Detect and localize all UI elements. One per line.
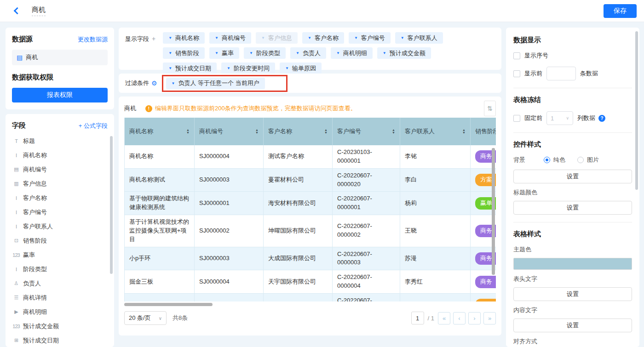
field-item[interactable]: ▤ 商机编号 (12, 162, 108, 176)
sort-arrows-icon[interactable]: ▲▼ (255, 129, 259, 134)
column-header[interactable]: 商机名称▲▼ (125, 118, 195, 145)
chevron-down-icon: ▼ (227, 66, 230, 70)
fields-scrollbar[interactable] (110, 136, 113, 274)
display-field-chip[interactable]: ▼ 商机明细 (331, 47, 373, 59)
field-item[interactable]: I 客户编号 (12, 205, 108, 219)
table-row[interactable]: 商机名称测试 SJ0000003 蔓霍材料公司 C-20220607-00000… (125, 169, 496, 192)
display-field-chip[interactable]: ▼ 客户编号 (349, 32, 391, 44)
warning-icon: ! (145, 105, 152, 112)
cell-customer-code: C-20220607-0000003 (333, 247, 400, 270)
settings-scrollbar[interactable] (635, 31, 638, 190)
content-text-set-button[interactable]: 设置 (513, 319, 632, 332)
field-item[interactable]: I 客户联系人 (12, 219, 108, 233)
cell-name: 便携式哮喘病监测系统 (125, 294, 195, 301)
header-text-set-button[interactable]: 设置 (513, 287, 632, 301)
page-size-select[interactable]: 20 条/页 ∨ (124, 311, 167, 325)
table-row[interactable]: 小p手环 SJ0000003 大成国际有限公司 C-20220607-00000… (125, 247, 496, 271)
column-header[interactable]: 客户编号▲▼ (333, 118, 400, 145)
table-vertical-scrollbar[interactable] (492, 148, 495, 275)
help-icon[interactable]: ? (598, 115, 605, 122)
sort-arrows-icon[interactable]: ▲▼ (392, 129, 395, 134)
field-item[interactable]: ⊡ 销售阶段 (12, 233, 108, 248)
table-row[interactable]: 便携式哮喘病监测系统 SJ0000005 飞星材料公司 C-20220607-0… (125, 294, 496, 301)
report-permission-button[interactable]: 报表权限 (12, 88, 108, 102)
last-page-button[interactable]: » (483, 312, 496, 324)
add-display-field-button[interactable]: + (152, 35, 155, 42)
gear-icon[interactable]: ⚙ (151, 80, 157, 87)
display-field-chip[interactable]: ▼ 预计成交日期 (163, 63, 217, 74)
cell-customer-code: C-20220607-0000020 (333, 169, 400, 192)
page-title[interactable]: 商机 (32, 6, 46, 16)
field-item[interactable]: I 客户名称 (12, 191, 108, 205)
chevron-down-icon: ▼ (215, 51, 218, 55)
display-field-chip[interactable]: ▼ 输单原因 (280, 63, 322, 74)
title-color-set-button[interactable]: 设置 (513, 201, 632, 215)
top-count-input[interactable] (546, 67, 576, 80)
field-label: 客户联系人 (23, 222, 53, 231)
chip-label: 预计成交日期 (175, 64, 211, 73)
display-field-chip[interactable]: ▼ 客户名称 (302, 32, 344, 44)
display-field-chip[interactable]: ▼ 商机名称 (163, 32, 205, 44)
display-field-chip[interactable]: ▼ 负责人 (290, 47, 326, 59)
table-row[interactable]: 掘金三板 SJ0000004 天宇国际有限公司 C-20220607-00000… (125, 270, 496, 294)
display-field-chip[interactable]: ▼ 客户信息 (256, 32, 298, 44)
field-item[interactable]: I 阶段类型 (12, 262, 108, 276)
chip-label: 客户名称 (315, 34, 339, 42)
display-field-chip[interactable]: ▼ 赢率 (209, 47, 239, 59)
field-item[interactable]: T 标题 (12, 134, 108, 148)
field-item[interactable]: 123 预计成交金额 (12, 319, 108, 333)
field-item[interactable]: ⊞ 预计成交日期 (12, 333, 108, 347)
field-item[interactable]: ♙ 负责人 (12, 276, 108, 290)
first-page-button[interactable]: « (438, 312, 450, 324)
table-row[interactable]: 基于物联网的建筑结构健康检测系统 SJ0000001 海安材料有限公司 C-20… (125, 192, 496, 215)
save-button[interactable]: 保存 (604, 4, 637, 18)
display-field-chip[interactable]: ▼ 销售阶段 (163, 47, 205, 59)
chip-label: 阶段类型 (256, 49, 280, 57)
display-field-chip[interactable]: ▼ 客户联系人 (395, 32, 443, 44)
chevron-down-icon: ▼ (168, 66, 172, 70)
change-datasource-link[interactable]: 更改数据源 (78, 35, 108, 44)
add-formula-field-link[interactable]: + 公式字段 (79, 122, 108, 130)
chip-label: 客户联系人 (408, 34, 437, 42)
solid-color-radio[interactable] (544, 157, 550, 163)
cell-customer: 坤曜国际有限公司 (264, 215, 333, 247)
show-top-checkbox[interactable] (513, 70, 520, 77)
table-horizontal-scrollbar[interactable] (124, 303, 213, 306)
sort-arrows-icon[interactable]: ▲▼ (462, 129, 466, 134)
table-row[interactable]: 基于计算机视觉技术的监控摄像头互联网+项目 SJ0000002 坤曜国际有限公司… (125, 215, 496, 247)
column-header[interactable]: 商机编号▲▼ (195, 118, 264, 145)
field-item[interactable]: ▥ 客户信息 (12, 176, 108, 191)
widget-style-title: 控件样式 (513, 140, 632, 149)
filter-label: 过滤条件 (125, 79, 149, 87)
cell-code: SJ0000001 (195, 192, 264, 215)
filter-condition-chip[interactable]: ▼ 负责人 等于任意一个 当前用户 (166, 78, 265, 89)
display-field-chip[interactable]: ▼ 预计成交金额 (377, 47, 431, 59)
back-icon[interactable] (14, 7, 21, 15)
display-field-chip[interactable]: ▼ 阶段类型 (244, 47, 286, 59)
table-row[interactable]: 商机名称 SJ0000004 测试客户名称 C-20230103-0000001… (125, 145, 496, 169)
field-item[interactable]: ☰ 商机详情 (12, 290, 108, 305)
freeze-column-select[interactable]: 1 ∨ (546, 111, 573, 125)
sort-toggle-button[interactable]: ⇅ (484, 101, 496, 116)
field-type-icon: ⊡ (12, 238, 20, 244)
sort-arrows-icon[interactable]: ▲▼ (324, 129, 328, 134)
column-header[interactable]: 客户名称▲▼ (264, 118, 333, 145)
display-field-chip[interactable]: ▼ 商机编号 (209, 32, 251, 44)
next-page-button[interactable]: › (468, 312, 481, 324)
column-header[interactable]: 客户联系人▲▼ (400, 118, 471, 145)
freeze-checkbox[interactable] (513, 115, 520, 122)
sort-arrows-icon[interactable]: ▲▼ (186, 129, 190, 134)
column-header[interactable]: 销售阶段▲▼ (471, 118, 496, 145)
display-field-chip[interactable]: ▼ 阶段变更时间 (221, 63, 275, 74)
show-index-checkbox[interactable] (513, 52, 520, 59)
field-item[interactable]: 123 赢率 (12, 248, 108, 262)
field-item[interactable]: ▶ 商机明细 (12, 305, 108, 319)
datasource-item[interactable]: ▤ 商机 (12, 50, 108, 65)
field-item[interactable]: I 商机名称 (12, 148, 108, 162)
chevron-down-icon: ▼ (296, 51, 299, 55)
background-set-button[interactable]: 设置 (513, 170, 632, 183)
image-radio[interactable] (577, 157, 584, 163)
page-number-input[interactable]: 1 (411, 312, 424, 324)
prev-page-button[interactable]: ‹ (453, 312, 466, 324)
theme-color-swatch[interactable] (513, 258, 632, 270)
